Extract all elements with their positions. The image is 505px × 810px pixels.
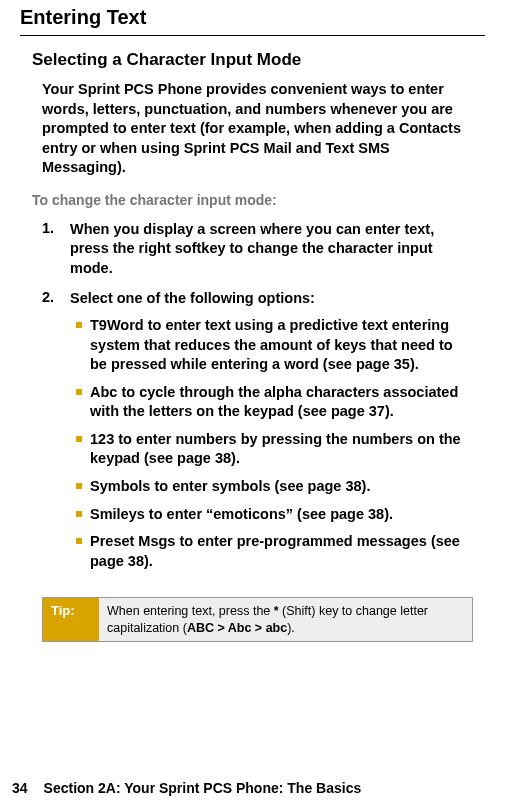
section-heading: Selecting a Character Input Mode xyxy=(32,50,477,70)
option-text: Smileys to enter “emoticons” (see page 3… xyxy=(90,505,473,525)
page-title: Entering Text xyxy=(20,6,477,29)
option-text: T9Word to enter text using a predictive … xyxy=(90,316,473,375)
option-item: T9Word to enter text using a predictive … xyxy=(76,316,473,375)
step-list: 1. When you display a screen where you c… xyxy=(42,220,473,579)
option-rest: to cycle through the alpha characters as… xyxy=(90,384,458,420)
tip-label: Tip: xyxy=(43,598,99,641)
option-bold: Preset Msgs xyxy=(90,533,175,549)
bullet-icon xyxy=(76,483,82,489)
option-rest: to enter numbers by pressing the numbers… xyxy=(90,431,461,467)
step-text: When you display a screen where you can … xyxy=(70,220,473,279)
bullet-icon xyxy=(76,538,82,544)
page: Entering Text Selecting a Character Inpu… xyxy=(0,0,505,810)
option-text: Abc to cycle through the alpha character… xyxy=(90,383,473,422)
option-bold: Abc xyxy=(90,384,117,400)
step-number: 2. xyxy=(42,289,60,580)
bullet-icon xyxy=(76,511,82,517)
option-bold: T9Word xyxy=(90,317,144,333)
option-item: Symbols to enter symbols (see page 38). xyxy=(76,477,473,497)
bullet-icon xyxy=(76,322,82,328)
tip-body: When entering text, press the * (Shift) … xyxy=(99,598,472,641)
page-footer: 34 Section 2A: Your Sprint PCS Phone: Th… xyxy=(12,780,361,796)
tip-box: Tip: When entering text, press the * (Sh… xyxy=(42,597,473,642)
option-item: Smileys to enter “emoticons” (see page 3… xyxy=(76,505,473,525)
step-item: 1. When you display a screen where you c… xyxy=(42,220,473,279)
step-number: 1. xyxy=(42,220,60,279)
option-list: T9Word to enter text using a predictive … xyxy=(76,316,473,571)
running-head: Section 2A: Your Sprint PCS Phone: The B… xyxy=(44,780,362,796)
option-rest: to enter symbols (see page 38). xyxy=(150,478,370,494)
option-rest: to enter text using a predictive text en… xyxy=(90,317,453,372)
option-bold: 123 xyxy=(90,431,114,447)
option-rest: to enter “emoticons” (see page 38). xyxy=(145,506,393,522)
option-bold: Smileys xyxy=(90,506,145,522)
step-item: 2. Select one of the following options: … xyxy=(42,289,473,580)
option-item: Abc to cycle through the alpha character… xyxy=(76,383,473,422)
option-item: 123 to enter numbers by pressing the num… xyxy=(76,430,473,469)
page-number: 34 xyxy=(12,780,28,796)
step-text: Select one of the following options: T9W… xyxy=(70,289,473,580)
option-text: Symbols to enter symbols (see page 38). xyxy=(90,477,473,497)
intro-paragraph: Your Sprint PCS Phone provides convenien… xyxy=(42,80,473,178)
tip-pre: When entering text, press the xyxy=(107,604,274,618)
tip-seq: ABC > Abc > abc xyxy=(187,621,287,635)
option-text: Preset Msgs to enter pre-programmed mess… xyxy=(90,532,473,571)
option-bold: Symbols xyxy=(90,478,150,494)
procedure-lead: To change the character input mode: xyxy=(32,192,477,208)
bullet-icon xyxy=(76,436,82,442)
tip-post: ). xyxy=(287,621,295,635)
step-text-inner: Select one of the following options: xyxy=(70,290,315,306)
option-item: Preset Msgs to enter pre-programmed mess… xyxy=(76,532,473,571)
bullet-icon xyxy=(76,389,82,395)
title-rule xyxy=(20,35,485,36)
option-text: 123 to enter numbers by pressing the num… xyxy=(90,430,473,469)
